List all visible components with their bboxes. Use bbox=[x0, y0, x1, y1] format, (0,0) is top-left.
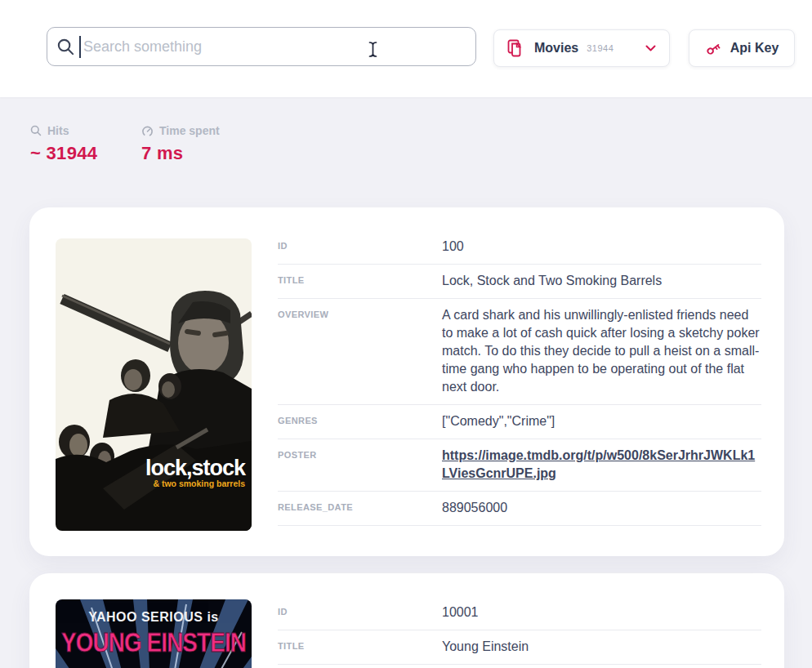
movie-poster-image: lock,stock & two smoking barrels bbox=[56, 238, 252, 531]
field-row-overview: OVERVIEW Albert Einstein is the son of a… bbox=[278, 665, 761, 668]
movie-poster-image: YAHOO SERIOUS is YOUNG EINSTEIN bbox=[56, 599, 252, 668]
young-einstein-poster-art: YAHOO SERIOUS is YOUNG EINSTEIN bbox=[56, 599, 252, 668]
search-icon bbox=[56, 38, 75, 56]
result-card: YAHOO SERIOUS is YOUNG EINSTEIN ID 10001… bbox=[29, 573, 784, 668]
key-icon bbox=[705, 40, 722, 57]
index-doc-count: 31944 bbox=[587, 43, 613, 53]
lock-stock-poster-art: lock,stock & two smoking barrels bbox=[56, 238, 252, 531]
field-label: POSTER bbox=[278, 447, 442, 483]
field-row-release-date: RELEASE_DATE 889056000 bbox=[278, 492, 761, 526]
field-value: Young Einstein bbox=[442, 638, 761, 656]
field-value: ["Comedy","Crime"] bbox=[442, 412, 761, 430]
field-value: 10001 bbox=[442, 603, 761, 621]
search-input[interactable] bbox=[75, 38, 475, 56]
field-value: A card shark and his unwillingly-enliste… bbox=[442, 306, 761, 396]
poster-title-text: YOUNG EINSTEIN bbox=[61, 626, 246, 657]
field-row-poster: POSTER https://image.tmdb.org/t/p/w500/8… bbox=[278, 439, 761, 492]
document-fields: ID 10001 TITLE Young Einstein OVERVIEW A… bbox=[278, 596, 761, 668]
field-row-genres: GENRES ["Comedy","Crime"] bbox=[278, 405, 761, 439]
field-value: Lock, Stock and Two Smoking Barrels bbox=[442, 272, 761, 290]
field-label: GENRES bbox=[278, 412, 442, 430]
field-label: ID bbox=[278, 603, 442, 621]
poster-url-link[interactable]: https://image.tmdb.org/t/p/w500/8kSerJrh… bbox=[442, 448, 755, 480]
api-key-label: Api Key bbox=[730, 41, 779, 56]
chevron-down-icon bbox=[645, 45, 656, 51]
search-icon bbox=[30, 125, 42, 136]
hits-label: Hits bbox=[47, 124, 69, 137]
time-spent-label: Time spent bbox=[159, 124, 220, 137]
index-name: Movies bbox=[534, 41, 578, 56]
field-label: RELEASE_DATE bbox=[278, 499, 442, 517]
time-spent-stat: Time spent 7 ms bbox=[141, 124, 220, 164]
field-row-title: TITLE Lock, Stock and Two Smoking Barrel… bbox=[278, 265, 761, 299]
text-caret bbox=[79, 36, 81, 58]
hits-value: ~ 31944 bbox=[30, 143, 141, 164]
api-key-button[interactable]: Api Key bbox=[689, 29, 795, 67]
results-list: lock,stock & two smoking barrels ID 100 … bbox=[29, 207, 784, 668]
search-box[interactable] bbox=[47, 27, 476, 66]
result-card: lock,stock & two smoking barrels ID 100 … bbox=[29, 207, 784, 556]
search-stats: Hits ~ 31944 Time spent 7 ms bbox=[30, 124, 220, 164]
field-label: OVERVIEW bbox=[278, 306, 442, 396]
index-selector[interactable]: Movies 31944 bbox=[493, 29, 670, 67]
field-row-title: TITLE Young Einstein bbox=[278, 630, 761, 665]
documents-icon bbox=[507, 39, 524, 57]
meilisearch-mini-dashboard: { "colors": { "accent": "#d2174f", "page… bbox=[0, 0, 812, 668]
field-label: TITLE bbox=[278, 272, 442, 290]
stopwatch-icon bbox=[141, 125, 154, 137]
document-fields: ID 100 TITLE Lock, Stock and Two Smoking… bbox=[278, 230, 761, 532]
field-label: TITLE bbox=[278, 638, 442, 656]
field-row-id: ID 10001 bbox=[278, 596, 761, 630]
field-value: 100 bbox=[442, 238, 761, 256]
hits-stat: Hits ~ 31944 bbox=[30, 124, 141, 164]
poster-subtitle-text: & two smoking barrels bbox=[153, 479, 245, 488]
poster-title-text: lock,stock bbox=[145, 456, 247, 480]
poster-topline-text: YAHOO SERIOUS is bbox=[88, 610, 218, 624]
field-row-overview: OVERVIEW A card shark and his unwillingl… bbox=[278, 299, 761, 405]
time-spent-value: 7 ms bbox=[141, 143, 220, 164]
header: Movies 31944 Api Key bbox=[0, 0, 812, 97]
i-beam-cursor bbox=[367, 41, 379, 58]
field-value: 889056000 bbox=[442, 499, 761, 517]
field-row-id: ID 100 bbox=[278, 230, 761, 265]
field-label: ID bbox=[278, 238, 442, 256]
